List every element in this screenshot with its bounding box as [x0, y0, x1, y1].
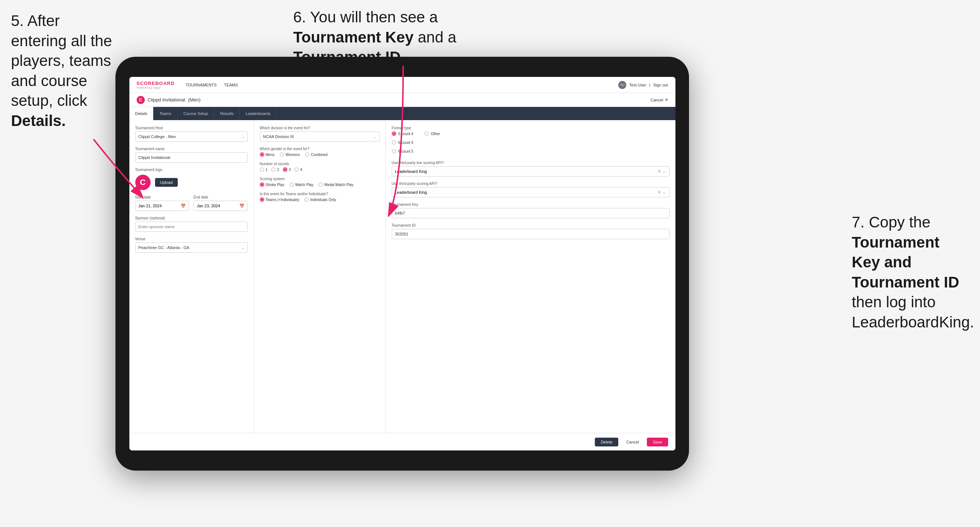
- name-input[interactable]: Clippd Invitational: [135, 152, 248, 163]
- rounds-row: 1 2 3 4: [260, 167, 380, 172]
- third-party-1-group: Use third-party live scoring API? Leader…: [392, 161, 670, 176]
- right-panel: Format type 5 count 4 6 count 4: [386, 120, 675, 433]
- format-section: Format type 5 count 4 6 count 4: [392, 126, 670, 156]
- division-arrow: ⌄: [374, 135, 376, 139]
- scoring-medal[interactable]: Medal Match Play: [318, 183, 353, 187]
- save-button[interactable]: Save: [647, 438, 668, 446]
- third-party-2-label: Use third-party scoring API?: [392, 182, 670, 186]
- scoring-medal-radio: [318, 183, 323, 187]
- annotation-right-text: 7. Copy the Tournament Key and Tournamen…: [852, 214, 974, 331]
- logo-label: Tournament logo: [135, 168, 248, 172]
- scoring-label: Scoring system: [260, 177, 380, 181]
- tournament-id-group: Tournament ID 302051: [392, 224, 670, 239]
- top-nav: SCOREBOARD Powered by clippd TOURNAMENTS…: [129, 77, 675, 93]
- third-party-1-select[interactable]: Leaderboard King ✕ ⌄: [392, 166, 670, 176]
- logo-circle: C: [135, 175, 151, 190]
- scoring-radio-group: Stroke Play Match Play Medal Match Play: [260, 183, 380, 187]
- gender-mens-label: Mens: [266, 153, 275, 157]
- third-party-2-select[interactable]: Leaderboard King ✕ ⌄: [392, 187, 670, 197]
- left-panel: Tournament Host Clippd College - Men ⌄ T…: [129, 120, 254, 433]
- teams-label: Is this event for Teams and/or Individua…: [260, 192, 380, 196]
- tournament-key-label: Tournament Key: [392, 203, 670, 206]
- brand-sub: Powered by clippd: [137, 86, 175, 89]
- calendar-icon: 📅: [181, 204, 186, 208]
- third-party-1-clear[interactable]: ✕ ⌄: [657, 169, 666, 174]
- header-cancel-button[interactable]: Cancel ✕: [651, 97, 668, 102]
- gender-combined-label: Combined: [311, 153, 328, 157]
- venue-select[interactable]: Peachtree GC - Atlanta - GA ⌄: [135, 243, 248, 253]
- gender-field-group: Which gender is the event for? Mens Wome…: [260, 147, 380, 157]
- host-select-arrow: ⌄: [242, 135, 245, 139]
- tournament-key-group: Tournament Key b4fb7: [392, 203, 670, 218]
- teams-field-group: Is this event for Teams and/or Individua…: [260, 192, 380, 202]
- calendar-icon-2: 📅: [239, 204, 245, 208]
- third-party-2-clear[interactable]: ✕ ⌄: [657, 190, 666, 195]
- name-label: Tournament name: [135, 147, 248, 151]
- format-other[interactable]: Other: [425, 132, 440, 136]
- gender-mens[interactable]: Mens: [260, 152, 275, 157]
- tabs-bar: Details Teams Course Setup Results Leade…: [129, 107, 675, 120]
- upload-button[interactable]: Upload: [155, 178, 178, 187]
- nav-tournaments[interactable]: TOURNAMENTS: [185, 83, 216, 87]
- venue-select-arrow: ⌄: [242, 246, 245, 250]
- format-6count4-radio: [392, 140, 396, 144]
- tab-results[interactable]: Results: [215, 107, 240, 120]
- tab-details[interactable]: Details: [129, 107, 154, 120]
- gender-womens-radio: [280, 152, 284, 157]
- tab-leaderboards[interactable]: Leaderboards: [240, 107, 277, 120]
- format-6count5[interactable]: 6 count 5: [392, 149, 414, 154]
- gender-combined-radio: [305, 152, 309, 157]
- teams-plus-individuals[interactable]: Teams (+Individuals): [260, 197, 299, 202]
- scoring-match[interactable]: Match Play: [290, 183, 313, 187]
- round-3[interactable]: 3: [283, 167, 291, 172]
- individuals-radio: [304, 197, 309, 202]
- gender-label: Which gender is the event for?: [260, 147, 380, 151]
- third-party-1-label: Use third-party live scoring API?: [392, 161, 670, 165]
- round-3-radio: [283, 167, 287, 172]
- tab-course-setup[interactable]: Course Setup: [178, 107, 215, 120]
- venue-field-group: Venue Peachtree GC - Atlanta - GA ⌄: [135, 237, 248, 253]
- scoring-stroke-radio: [260, 183, 264, 187]
- format-5count4-radio: [392, 132, 396, 136]
- round-4[interactable]: 4: [294, 167, 302, 172]
- tournament-gender: (Men): [188, 97, 200, 103]
- sign-out-link[interactable]: Sign out: [653, 83, 668, 87]
- center-panel: Which division is the event for? NCAA Di…: [254, 120, 386, 433]
- cancel-button[interactable]: Cancel: [622, 438, 643, 446]
- start-date-label: Start date: [135, 195, 189, 199]
- user-name: Test User: [629, 83, 646, 87]
- nav-user: TU Test User | Sign out: [618, 81, 668, 89]
- logo-area: C Upload: [135, 175, 248, 190]
- round-1[interactable]: 1: [260, 167, 268, 172]
- format-6count4[interactable]: 6 count 4: [392, 140, 414, 144]
- format-options: 5 count 4 6 count 4 6 count 5: [392, 132, 670, 156]
- annotation-top: 6. You will then see a Tournament Key an…: [293, 7, 506, 67]
- annotation-left: 5. After entering all the players, teams…: [11, 11, 114, 131]
- scoring-stroke[interactable]: Stroke Play: [260, 183, 285, 187]
- sponsor-field-group: Sponsor (optional): [135, 216, 248, 232]
- tournament-id-value: 302051: [392, 229, 670, 239]
- brand-logo: SCOREBOARD Powered by clippd: [137, 81, 175, 89]
- rounds-field-group: Number of rounds 1 2 3: [260, 162, 380, 172]
- annotation-top-text: 6. You will then see a Tournament Key an…: [293, 8, 456, 65]
- user-avatar: TU: [618, 81, 626, 89]
- end-date-input[interactable]: Jan 23, 2024 📅: [194, 201, 248, 211]
- division-select[interactable]: NCAA Division III ⌄: [260, 132, 380, 142]
- individuals-only[interactable]: Individuals Only: [304, 197, 336, 202]
- sponsor-input[interactable]: [135, 222, 248, 232]
- venue-label: Venue: [135, 237, 248, 241]
- gender-womens[interactable]: Womens: [280, 152, 300, 157]
- start-date-input[interactable]: Jan 21, 2024 📅: [135, 201, 189, 211]
- round-2[interactable]: 2: [271, 167, 279, 172]
- format-5count4[interactable]: 5 count 4: [392, 132, 414, 136]
- tab-teams[interactable]: Teams: [154, 107, 177, 120]
- round-4-radio: [294, 167, 299, 172]
- delete-button[interactable]: Delete: [595, 438, 618, 446]
- host-select[interactable]: Clippd College - Men ⌄: [135, 132, 248, 142]
- round-2-radio: [271, 167, 275, 172]
- tablet-screen: SCOREBOARD Powered by clippd TOURNAMENTS…: [129, 77, 675, 451]
- tablet-frame: SCOREBOARD Powered by clippd TOURNAMENTS…: [115, 57, 689, 471]
- gender-combined[interactable]: Combined: [305, 152, 328, 157]
- nav-teams[interactable]: TEAMS: [224, 83, 238, 87]
- tournament-id-label: Tournament ID: [392, 224, 670, 227]
